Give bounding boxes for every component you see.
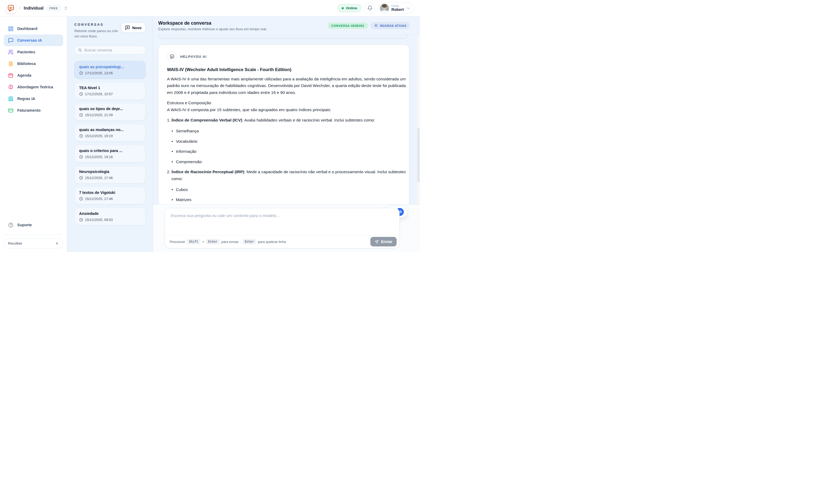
chat-bubble-icon xyxy=(8,38,14,43)
help4you-logo-icon[interactable] xyxy=(6,3,16,13)
collapse-sidebar-button[interactable]: Recolher xyxy=(4,238,63,248)
sidebar-item-biblioteca[interactable]: Biblioteca xyxy=(4,58,63,70)
sender-name: HELP4YOU AI xyxy=(180,55,207,59)
bullet-list: •Semelhança •Vocabulário •Informação •Co… xyxy=(172,128,406,165)
chat-scrollbar[interactable] xyxy=(416,35,420,204)
sidebar-divider xyxy=(4,234,63,235)
chevron-down-icon xyxy=(406,6,410,10)
search-input[interactable] xyxy=(84,48,142,52)
scrollbar-thumb[interactable] xyxy=(417,128,419,182)
page-title: Workspace de conversa xyxy=(158,20,267,26)
search-icon xyxy=(78,48,82,52)
conversation-item[interactable]: quais as psicopatologi... 17/12/2025, 13… xyxy=(74,61,145,79)
clock-icon xyxy=(79,155,83,159)
sidebar-item-conversas-ia[interactable]: Conversas IA xyxy=(4,35,63,46)
chat-header: Workspace de conversa Explore respostas,… xyxy=(153,16,420,35)
conversation-item[interactable]: Neuropsicologia 15/12/2025, 17:46 xyxy=(74,166,145,183)
clock-icon xyxy=(79,134,83,138)
conversations-title: CONVERSAS xyxy=(74,23,121,26)
message-input[interactable] xyxy=(165,208,399,235)
bullet-list: •Cubos •Matrizes •Composição de Imagens … xyxy=(172,186,406,204)
sparkles-icon xyxy=(374,24,378,28)
message-plus-icon xyxy=(125,25,130,30)
rules-book-icon xyxy=(8,96,14,102)
numbered-item: 2. Índice de Raciocínio Perceptual (IRP)… xyxy=(167,168,406,182)
account-label: Conta xyxy=(391,4,404,8)
previous-message-bubble xyxy=(158,35,408,38)
account-name: Robert xyxy=(391,7,404,12)
enter-key-hint: Enter xyxy=(206,239,220,244)
breadcrumb-separator: / xyxy=(19,5,20,11)
sidebar-item-pacientes[interactable]: Pacientes xyxy=(4,46,63,58)
clock-icon xyxy=(79,197,83,201)
clock-icon xyxy=(79,71,83,75)
enter-key-hint: Enter xyxy=(243,239,256,244)
clock-icon xyxy=(79,218,83,222)
sidebar: Dashboard Conversas IA Pacientes Bibliot… xyxy=(0,16,67,252)
clock-icon xyxy=(79,92,83,96)
conversation-item[interactable]: quais os tipos de depr... 15/12/2025, 21… xyxy=(74,103,145,121)
send-icon xyxy=(374,240,379,244)
conversation-item[interactable]: Ansiedade 15/12/2025, 09:53 xyxy=(74,208,145,226)
sidebar-item-agenda[interactable]: Agenda xyxy=(4,70,63,81)
clock-icon xyxy=(79,176,83,180)
ai-avatar xyxy=(167,52,177,61)
users-icon xyxy=(8,49,14,55)
sidebar-item-abordagem-teorica[interactable]: Abordagem Teórica xyxy=(4,81,63,93)
conversation-list: quais as psicopatologi... 17/12/2025, 13… xyxy=(74,61,145,226)
help-circle-icon xyxy=(8,222,14,228)
chevron-left-icon xyxy=(55,241,59,245)
message-input-card: Pressione Shift + Enter para enviar · En… xyxy=(164,208,400,248)
bell-icon xyxy=(367,5,373,11)
conversation-search[interactable] xyxy=(74,46,145,54)
clock-icon xyxy=(79,113,83,117)
credit-card-icon xyxy=(8,108,14,113)
conversation-id-badge: CONVERSA #83B362 xyxy=(328,22,368,29)
calendar-icon xyxy=(8,73,14,78)
send-button[interactable]: Enviar xyxy=(370,237,397,247)
ai-message-card: HELP4YOU AI WAIS-IV (Wechsler Adult Inte… xyxy=(158,44,409,204)
notifications-button[interactable] xyxy=(365,3,375,14)
conversation-item[interactable]: 7 textos de Vigotski 15/12/2025, 17:46 xyxy=(74,187,145,204)
plan-badge: FREE xyxy=(47,5,60,11)
sidebar-item-suporte[interactable]: Suporte xyxy=(4,219,63,231)
active-rules-badge[interactable]: REGRAS ATIVAS xyxy=(371,22,410,29)
brain-icon xyxy=(8,84,14,90)
message-heading: WAIS-IV (Wechsler Adult Intelligence Sca… xyxy=(167,66,406,73)
topbar: / Individual FREE Online Conta Robert xyxy=(0,0,420,16)
conversations-panel: CONVERSAS Retome onde parou ou crie um n… xyxy=(67,16,153,252)
message-section: Estrutura e ComposiçãoA WAIS-IV é compos… xyxy=(167,100,406,113)
file-text-icon xyxy=(8,61,14,67)
composer-section: 50 Pressione Shift + Enter para enviar ·… xyxy=(153,204,420,252)
message-scroll-area[interactable]: HELP4YOU AI WAIS-IV (Wechsler Adult Inte… xyxy=(153,35,420,204)
sidebar-item-regras-ia[interactable]: Regras IA xyxy=(4,93,63,105)
shift-key-hint: Shift xyxy=(187,239,200,244)
numbered-item: 1. Índice de Compreensão Verbal (ICV): A… xyxy=(167,117,406,123)
workspace-switcher-icon[interactable] xyxy=(64,6,68,10)
conversations-subtitle: Retome onde parou ou crie um novo fluxo. xyxy=(74,29,121,39)
conversation-item[interactable]: quais as mudanças no... 15/12/2025, 19:1… xyxy=(74,124,145,142)
new-conversation-button[interactable]: Novo xyxy=(121,23,145,33)
message-paragraph: A WAIS-IV é uma das ferramentas mais amp… xyxy=(167,76,406,96)
sidebar-item-faturamento[interactable]: Faturamento xyxy=(4,105,63,116)
keyboard-hint: Pressione Shift + Enter para enviar · En… xyxy=(170,239,286,244)
dashboard-grid-icon xyxy=(8,26,14,32)
online-dot-icon xyxy=(342,7,344,9)
sidebar-item-dashboard[interactable]: Dashboard xyxy=(4,23,63,35)
conversation-item[interactable]: quais o criterios para ... 15/12/2025, 1… xyxy=(74,145,145,163)
page-subtitle: Explore respostas, monitore métricas e a… xyxy=(158,27,267,31)
message-content: WAIS-IV (Wechsler Adult Intelligence Sca… xyxy=(167,66,406,204)
workspace-name: Individual xyxy=(24,6,43,11)
chat-workspace: Workspace de conversa Explore respostas,… xyxy=(153,16,420,252)
avatar xyxy=(380,4,389,13)
account-menu[interactable]: Conta Robert xyxy=(378,2,414,14)
status-badge: Online xyxy=(337,4,361,12)
conversation-item[interactable]: TEA Nivel 1 17/12/2025, 10:57 xyxy=(74,82,145,100)
